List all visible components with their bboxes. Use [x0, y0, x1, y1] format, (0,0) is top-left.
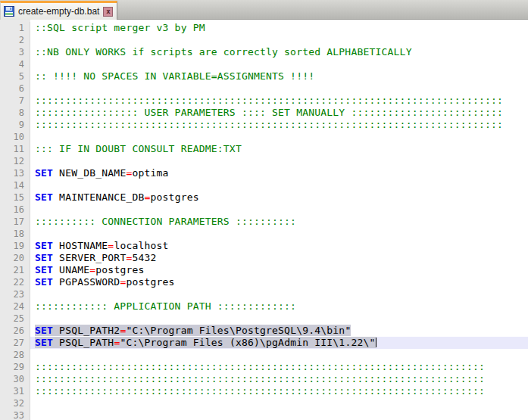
line-number: 23 — [0, 288, 30, 300]
code-line[interactable]: 28 — [0, 349, 528, 361]
code-line[interactable]: 18 — [0, 228, 528, 240]
code-line[interactable]: 3::NB ONLY WORKS if scripts are correctl… — [0, 46, 528, 58]
line-number: 20 — [0, 252, 30, 264]
line-number: 10 — [0, 131, 30, 143]
code-line[interactable]: 25 — [0, 313, 528, 325]
code-text[interactable] — [30, 58, 528, 70]
code-line[interactable]: 27SET PSQL_PATH="C:\Program Files (x86)\… — [0, 337, 528, 349]
code-line[interactable]: 8::::::::::::::::: USER PARAMETERS :::: … — [0, 107, 528, 119]
line-number: 1 — [0, 22, 30, 34]
line-number: 33 — [0, 409, 30, 420]
code-line[interactable]: 33 — [0, 409, 528, 420]
code-text[interactable]: SET PSQL_PATH2="C:\Program Files\Postgre… — [30, 325, 528, 337]
code-line[interactable]: 23 — [0, 288, 528, 300]
code-text[interactable] — [30, 349, 528, 361]
line-number: 3 — [0, 46, 30, 58]
line-number: 5 — [0, 70, 30, 82]
code-line[interactable]: 24:::::::::::: APPLICATION PATH ::::::::… — [0, 300, 528, 313]
code-line[interactable]: 21SET UNAME=postgres — [0, 264, 528, 276]
tab-create-empty-db[interactable]: create-empty-db.bat x — [0, 1, 117, 20]
line-number: 28 — [0, 349, 30, 361]
code-text[interactable]: SET SERVER_PORT=5432 — [30, 252, 528, 264]
code-text[interactable]: SET HOSTNAME=localhost — [30, 240, 528, 252]
code-text[interactable]: :: !!!! NO SPACES IN VARIABLE=ASSIGNMENT… — [30, 70, 528, 82]
code-text[interactable]: ::::::::::::::::::::::::::::::::::::::::… — [30, 385, 528, 397]
close-tab-icon[interactable]: x — [103, 7, 113, 17]
code-text[interactable]: SET MAINTENANCE_DB=postgres — [30, 191, 528, 204]
code-line[interactable]: 7:::::::::::::::::::::::::::::::::::::::… — [0, 95, 528, 107]
line-number: 22 — [0, 276, 30, 288]
code-line[interactable]: 20SET SERVER_PORT=5432 — [0, 252, 528, 264]
code-line[interactable]: 6 — [0, 82, 528, 95]
code-text[interactable]: SET UNAME=postgres — [30, 264, 528, 276]
code-line[interactable]: 5:: !!!! NO SPACES IN VARIABLE=ASSIGNMEN… — [0, 70, 528, 82]
code-text[interactable] — [30, 82, 528, 95]
tab-title: create-empty-db.bat — [18, 6, 99, 17]
code-text[interactable]: ::: IF IN DOUBT CONSULT README:TXT — [30, 143, 528, 155]
code-text[interactable]: ::::::::::::::::: USER PARAMETERS :::: S… — [30, 107, 528, 119]
code-text[interactable]: ::NB ONLY WORKS if scripts are correctly… — [30, 46, 528, 58]
line-number: 7 — [0, 95, 30, 107]
code-text[interactable]: ::::::::::::::::::::::::::::::::::::::::… — [30, 361, 528, 373]
line-number: 27 — [0, 337, 30, 349]
line-number: 4 — [0, 58, 30, 70]
code-line[interactable]: 29::::::::::::::::::::::::::::::::::::::… — [0, 361, 528, 373]
line-number: 15 — [0, 191, 30, 204]
code-line[interactable]: 9:::::::::::::::::::::::::::::::::::::::… — [0, 119, 528, 131]
code-line[interactable]: 15SET MAINTENANCE_DB=postgres — [0, 191, 528, 204]
code-line[interactable]: 2 — [0, 34, 528, 46]
code-line[interactable]: 31::::::::::::::::::::::::::::::::::::::… — [0, 385, 528, 397]
code-text[interactable]: ::::::::::::::::::::::::::::::::::::::::… — [30, 119, 528, 131]
code-text[interactable] — [30, 313, 528, 325]
code-line[interactable]: 11::: IF IN DOUBT CONSULT README:TXT — [0, 143, 528, 155]
line-number: 25 — [0, 313, 30, 325]
code-line[interactable]: 10 — [0, 131, 528, 143]
code-editor[interactable]: 1::SQL script merger v3 by PM23::NB ONLY… — [0, 20, 528, 420]
code-text[interactable] — [30, 204, 528, 216]
selection-highlight: SET PSQL_PATH2="C:\Program Files\Postgre… — [35, 325, 351, 336]
code-text[interactable] — [30, 155, 528, 167]
code-text[interactable]: SET NEW_DB_NAME=optima — [30, 167, 528, 179]
line-number: 14 — [0, 179, 30, 191]
code-text[interactable] — [30, 409, 528, 420]
line-number: 18 — [0, 228, 30, 240]
line-number: 9 — [0, 119, 30, 131]
code-line[interactable]: 14 — [0, 179, 528, 191]
line-number: 26 — [0, 325, 30, 337]
code-line[interactable]: 30::::::::::::::::::::::::::::::::::::::… — [0, 373, 528, 385]
code-text[interactable] — [30, 131, 528, 143]
code-line[interactable]: 16 — [0, 204, 528, 216]
line-number: 31 — [0, 385, 30, 397]
code-line[interactable]: 32 — [0, 397, 528, 409]
code-text[interactable]: SET PGPASSWORD=postgres — [30, 276, 528, 288]
tab-bar: create-empty-db.bat x — [0, 0, 528, 20]
code-text[interactable] — [30, 179, 528, 191]
code-text[interactable]: SET PSQL_PATH="C:\Program Files (x86)\pg… — [30, 337, 528, 349]
text-caret — [376, 338, 376, 347]
code-text[interactable]: ::SQL script merger v3 by PM — [30, 22, 528, 34]
code-line[interactable]: 26SET PSQL_PATH2="C:\Program Files\Postg… — [0, 325, 528, 337]
code-text[interactable]: ::::::::::::::::::::::::::::::::::::::::… — [30, 95, 528, 107]
code-line[interactable]: 17:::::::::: CONNECTION PARAMETERS :::::… — [0, 216, 528, 228]
code-text[interactable]: :::::::::::: APPLICATION PATH ::::::::::… — [30, 300, 528, 313]
line-number: 6 — [0, 82, 30, 95]
line-number: 13 — [0, 167, 30, 179]
code-text[interactable] — [30, 397, 528, 409]
code-text[interactable]: ::::::::::::::::::::::::::::::::::::::::… — [30, 373, 528, 385]
code-line[interactable]: 1::SQL script merger v3 by PM — [0, 22, 528, 34]
code-line[interactable]: 4 — [0, 58, 528, 70]
line-number: 32 — [0, 397, 30, 409]
code-line[interactable]: 13SET NEW_DB_NAME=optima — [0, 167, 528, 179]
line-number: 19 — [0, 240, 30, 252]
code-line[interactable]: 19SET HOSTNAME=localhost — [0, 240, 528, 252]
line-number: 17 — [0, 216, 30, 228]
line-number: 8 — [0, 107, 30, 119]
code-line[interactable]: 22SET PGPASSWORD=postgres — [0, 276, 528, 288]
code-line[interactable]: 12 — [0, 155, 528, 167]
line-number: 24 — [0, 300, 30, 313]
code-text[interactable] — [30, 34, 528, 46]
line-number: 2 — [0, 34, 30, 46]
code-text[interactable] — [30, 288, 528, 300]
code-text[interactable]: :::::::::: CONNECTION PARAMETERS :::::::… — [30, 216, 528, 228]
code-text[interactable] — [30, 228, 528, 240]
